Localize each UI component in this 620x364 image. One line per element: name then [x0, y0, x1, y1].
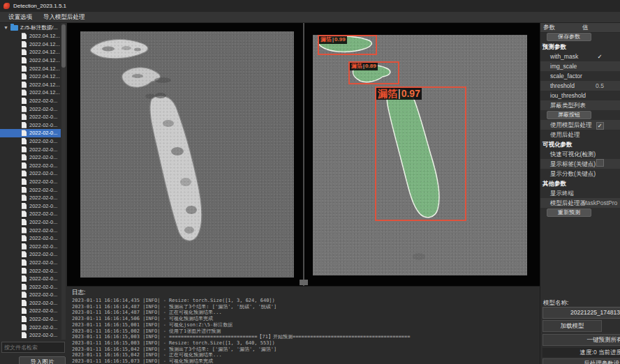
- splitter-handle[interactable]: [300, 280, 308, 285]
- param-action-button[interactable]: 屏蔽按钮: [547, 111, 591, 119]
- file-item[interactable]: 2022-02-0...: [0, 137, 61, 146]
- file-item-label: 2022-02-0...: [29, 268, 57, 274]
- model-name-field[interactable]: 20221225_174813: [542, 307, 620, 319]
- file-icon: [22, 187, 27, 193]
- file-item-label: 2022-02-0...: [29, 211, 57, 217]
- file-item-label: 2022.04.12...: [29, 57, 60, 63]
- sidebar-scrollbar-thumb[interactable]: [61, 24, 66, 68]
- file-item[interactable]: 2022-02-0...: [0, 323, 61, 331]
- file-item[interactable]: 2022.04.12...: [0, 48, 61, 56]
- file-icon: [22, 308, 27, 314]
- mask-layer: [318, 36, 439, 218]
- param-action-button[interactable]: 重新预测: [547, 208, 591, 217]
- image-splitter[interactable]: [303, 23, 304, 286]
- filename-search-input[interactable]: [1, 342, 65, 353]
- file-item-label: 2022.04.12...: [29, 41, 60, 47]
- original-image: [80, 31, 294, 278]
- param-row: scale_factor: [540, 71, 620, 81]
- file-icon: [22, 66, 27, 72]
- file-item[interactable]: 2022-02-0...: [0, 291, 61, 299]
- file-icon: [22, 114, 27, 120]
- file-icon: [22, 259, 27, 266]
- param-value[interactable]: MaskPostPro: [581, 198, 619, 208]
- file-item[interactable]: 2022-02-0...: [0, 153, 61, 162]
- file-item-label: 2022-02-0...: [29, 203, 57, 209]
- log-lines[interactable]: 2023-01-11 16:16:14,435 |INFO| - Resize:…: [72, 298, 538, 364]
- postprocess-settings-button[interactable]: 后处理参数设置: [542, 358, 620, 364]
- file-item[interactable]: 2022-02-0...: [0, 259, 61, 267]
- file-item[interactable]: 2022-02-0...: [0, 331, 61, 340]
- file-item-label: 2022-02-0...: [29, 259, 57, 266]
- file-item-label: 2022.04.12...: [29, 66, 60, 72]
- file-item[interactable]: 2022-02-0...: [0, 242, 61, 250]
- file-item[interactable]: 2022.04.12...: [0, 56, 61, 65]
- import-images-button[interactable]: 导入图片: [19, 356, 66, 364]
- file-icon: [22, 332, 27, 338]
- file-item[interactable]: 2022-02-0...: [0, 121, 61, 130]
- file-item[interactable]: 2022-02-0...: [0, 307, 61, 315]
- file-icon: [22, 235, 27, 241]
- file-item[interactable]: 2022-02-0...: [0, 282, 61, 291]
- predict-all-button[interactable]: 一键预测所有: [542, 334, 620, 346]
- file-item[interactable]: 2022-02-0...: [0, 226, 61, 234]
- param-name: with_mask: [550, 52, 578, 61]
- param-value[interactable]: 0.5: [581, 81, 619, 91]
- file-item[interactable]: 2022-02-0...: [0, 105, 61, 113]
- file-icon: [22, 275, 27, 282]
- menu-import-postprocess[interactable]: 导入模型后处理: [38, 13, 91, 22]
- param-name: 可视化参数: [542, 139, 573, 149]
- file-item[interactable]: 2022-02-0...: [0, 178, 61, 186]
- file-item[interactable]: 2022-02-0...: [0, 266, 61, 275]
- log-line: 2023-01-11 16:16:14,435 |INFO| - Resize:…: [72, 298, 538, 304]
- log-line: 2023-01-11 16:16:14,487 |INFO| - 正在可视化预测…: [72, 310, 538, 316]
- file-item[interactable]: 2022-02-0...: [0, 113, 61, 121]
- file-item[interactable]: 2022-02-0...: [0, 202, 61, 210]
- param-section-header: 可视化参数: [540, 139, 620, 149]
- file-item[interactable]: 2022.04.12...: [0, 32, 61, 40]
- file-item[interactable]: 2022-02-0...: [0, 315, 61, 324]
- checkbox[interactable]: [596, 159, 604, 167]
- file-item[interactable]: 2022.04.12...: [0, 89, 61, 97]
- check-icon[interactable]: ✓: [581, 52, 619, 61]
- file-item[interactable]: 2022-02-0...: [0, 250, 61, 259]
- sidebar-scrollbar[interactable]: [61, 23, 66, 340]
- menu-settings[interactable]: 设置选项: [3, 13, 38, 22]
- file-item-label: 2022-02-0...: [29, 300, 57, 306]
- load-model-button[interactable]: 加载模型: [542, 320, 602, 332]
- file-item-label: 2022-02-0...: [29, 122, 57, 128]
- param-action-button[interactable]: 保存参数: [547, 33, 591, 41]
- log-line: 2023-01-11 16:16:14,487 |INFO| - 预测出了3个结…: [72, 304, 538, 310]
- file-item-label: 2022.04.12...: [29, 33, 60, 39]
- file-item[interactable]: 2022-02-0...: [0, 169, 61, 178]
- param-row: 使用后处理: [540, 130, 620, 139]
- file-icon: [22, 146, 27, 153]
- file-item[interactable]: 2022.04.12...: [0, 40, 61, 49]
- file-item[interactable]: 2022.04.12...: [0, 64, 61, 73]
- file-item[interactable]: 2022.04.12...: [0, 81, 61, 89]
- file-item[interactable]: 2022-02-0...: [0, 145, 61, 153]
- file-icon: [22, 179, 27, 185]
- tree-root-label: Z:/5-标注数据/...: [20, 24, 58, 31]
- image-canvas: 漏箔|0.99漏箔|0.89漏箔|0.97: [67, 23, 540, 286]
- file-item[interactable]: 2022-02-0...: [0, 218, 61, 227]
- log-panel: 日志: 2023-01-11 16:16:14,435 |INFO| - Res…: [67, 286, 540, 364]
- tree-root-folder[interactable]: ▼ Z:/5-标注数据/...: [0, 23, 61, 32]
- file-item[interactable]: 2022-02-0...: [0, 234, 61, 243]
- file-item-label: 2022.04.12...: [29, 49, 60, 55]
- file-item[interactable]: 2022-02-0...: [0, 185, 61, 194]
- param-table-header: 参数 值: [540, 23, 620, 33]
- file-item[interactable]: 2022-02-0...: [0, 97, 61, 105]
- file-item-label: 2022-02-0...: [29, 106, 57, 112]
- file-item[interactable]: 2022-02-0...: [0, 299, 61, 308]
- file-item[interactable]: 2022-02-0...: [0, 210, 61, 218]
- file-item[interactable]: 2022-02-0...: [0, 162, 61, 170]
- file-item[interactable]: 2022.04.12...: [0, 73, 61, 81]
- file-item[interactable]: 2022-02-0...: [0, 194, 61, 202]
- file-item-label: 2022.04.12...: [29, 73, 60, 79]
- file-item[interactable]: 2022-02-0...: [0, 129, 61, 137]
- checkbox[interactable]: ✓: [596, 122, 604, 130]
- chevron-down-icon[interactable]: ▼: [3, 25, 8, 30]
- file-item[interactable]: 2022-02-0...: [0, 275, 61, 283]
- window-title: Detection_2023.1.5.1: [13, 3, 66, 9]
- param-row: threshold0.5: [540, 81, 620, 91]
